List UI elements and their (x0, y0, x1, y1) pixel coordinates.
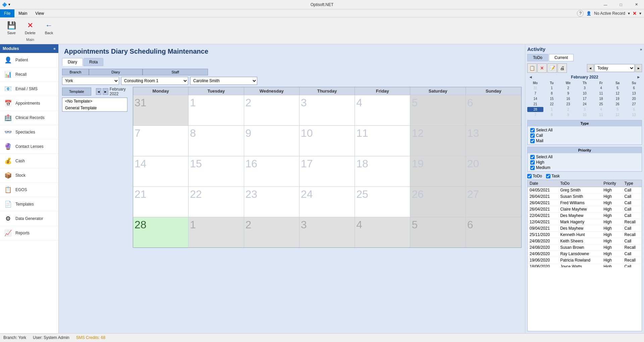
sidebar-item-reports[interactable]: 📈 Reports (0, 226, 58, 240)
mc-r1-c6[interactable]: 13 (626, 91, 642, 96)
sidebar-item-data-generator[interactable]: ⚙ Data Generator (0, 212, 58, 226)
mc-r3-c1[interactable]: 22 (544, 102, 560, 107)
todo-checkbox-label[interactable]: ToDo (527, 174, 542, 178)
record-close-icon[interactable]: ✕ (633, 11, 637, 16)
today-prev-button[interactable]: ◄ (587, 64, 594, 72)
task-checkbox[interactable] (546, 174, 550, 178)
activity-collapse-button[interactable]: » (640, 47, 642, 51)
activity-clipboard-button[interactable]: 📋 (527, 63, 537, 73)
app-menu-btn[interactable]: ▾ (8, 2, 10, 7)
table-row[interactable]: 18/06/2020Joyce WattsHighCall (528, 264, 642, 268)
todo-checkbox[interactable] (527, 174, 532, 178)
mc-r0-c5[interactable]: 5 (609, 86, 626, 91)
cal-next-button[interactable]: ► (103, 88, 108, 95)
priority-medium[interactable]: Medium (530, 165, 639, 170)
menu-file[interactable]: File (0, 9, 14, 17)
cal-prev-button[interactable]: ◄ (96, 88, 102, 95)
priority-high-checkbox[interactable] (530, 160, 535, 165)
cal-cell-w3-mon[interactable]: 14 (133, 156, 189, 186)
record-arrow-icon[interactable]: ▾ (628, 11, 630, 16)
maximize-button[interactable]: □ (613, 0, 629, 9)
save-button[interactable]: 💾 Save (3, 19, 20, 36)
cal-cell-w5-wed[interactable]: 2 (244, 217, 300, 247)
tab-todo[interactable]: ToDo (527, 54, 548, 61)
activity-edit-button[interactable]: 📝 (547, 63, 557, 73)
mc-r0-c1[interactable]: 1 (544, 86, 560, 91)
cal-cell-w2-fri[interactable]: 11 (355, 126, 410, 156)
col-date[interactable]: Date (528, 180, 558, 187)
cal-cell-w3-sat[interactable]: 19 (410, 156, 466, 186)
cal-cell-w1-sun[interactable]: 6 (466, 95, 521, 125)
type-call-checkbox[interactable] (530, 133, 535, 138)
mc-r3-c2[interactable]: 23 (560, 102, 576, 107)
table-row[interactable]: 24/06/2020Ray LansdowneHighCall (528, 251, 642, 257)
tab-diary[interactable]: Diary (62, 58, 83, 66)
mini-cal-prev-button[interactable]: ◄ (527, 75, 534, 79)
mc-r2-c5[interactable]: 19 (609, 96, 626, 101)
col-type[interactable]: Type (623, 180, 642, 187)
cal-cell-w5-fri[interactable]: 4 (355, 217, 410, 247)
mc-r3-c0[interactable]: 21 (527, 102, 543, 107)
cal-cell-w1-tue[interactable]: 1 (189, 95, 244, 125)
type-select-all-checkbox[interactable] (530, 128, 535, 132)
cal-cell-w5-sun[interactable]: 6 (466, 217, 521, 247)
mc-r0-c3[interactable]: 3 (577, 86, 593, 91)
mc-r4-c0[interactable]: 28 (527, 107, 543, 112)
cal-cell-w2-mon[interactable]: 7 (133, 126, 189, 156)
mc-r5-c1[interactable]: 8 (544, 112, 560, 117)
mc-r4-c3[interactable]: 3 (577, 107, 593, 112)
staff-select[interactable]: Caroline Smith (190, 77, 257, 85)
type-mail[interactable]: Mail (530, 138, 639, 143)
tab-current[interactable]: Current (549, 54, 574, 61)
mc-r1-c2[interactable]: 9 (560, 91, 576, 96)
mc-r1-c4[interactable]: 11 (593, 91, 609, 96)
activity-table-scroll[interactable]: Date ToDo Priority Type 04/05/2021Greg S… (528, 180, 642, 267)
sidebar-item-appointments[interactable]: 📅 Appointments (0, 96, 58, 111)
type-select-all[interactable]: Select All (530, 128, 639, 132)
no-active-record[interactable]: No Active Record (594, 11, 625, 16)
mc-r3-c4[interactable]: 25 (593, 102, 609, 107)
mc-r2-c4[interactable]: 18 (593, 96, 609, 101)
branch-select[interactable]: York (62, 77, 119, 85)
cal-cell-w5-tue[interactable]: 1 (189, 217, 244, 247)
cal-cell-w2-sun[interactable]: 13 (466, 126, 521, 156)
cal-cell-w3-sun[interactable]: 20 (466, 156, 521, 186)
sidebar-item-stock[interactable]: 📦 Stock (0, 168, 58, 183)
cal-cell-w2-tue[interactable]: 8 (189, 126, 244, 156)
priority-high[interactable]: High (530, 160, 639, 165)
table-row[interactable]: 24/08/2020Keith SheersHighCall (528, 238, 642, 244)
mc-r5-c6[interactable]: 13 (626, 112, 642, 117)
cal-cell-w1-sat[interactable]: 5 (410, 95, 466, 125)
priority-select-all[interactable]: Select All (530, 155, 639, 159)
sidebar-item-recall[interactable]: 📊 Recall (0, 67, 58, 82)
sidebar-item-contact-lenses[interactable]: 🔮 Contact Lenses (0, 139, 58, 154)
mc-r4-c4[interactable]: 4 (593, 107, 609, 112)
sidebar-item-spectacles[interactable]: 👓 Spectacles (0, 125, 58, 139)
activity-delete-button[interactable]: ✕ (537, 63, 547, 73)
sidebar-item-templates[interactable]: 📄 Templates (0, 197, 58, 212)
mc-r2-c6[interactable]: 20 (626, 96, 642, 101)
mini-cal-next-button[interactable]: ► (635, 75, 642, 79)
cal-cell-w1-wed[interactable]: 2 (244, 95, 300, 125)
task-checkbox-label[interactable]: Task (546, 174, 560, 178)
mc-r1-c3[interactable]: 10 (577, 91, 593, 96)
mc-r5-c2[interactable]: 9 (560, 112, 576, 117)
col-todo[interactable]: ToDo (558, 180, 601, 187)
sidebar-item-clinical-records[interactable]: 🏥 Clinical Records (0, 111, 58, 125)
cal-cell-w3-tue[interactable]: 15 (189, 156, 244, 186)
type-mail-checkbox[interactable] (530, 139, 535, 143)
cal-cell-w1-mon[interactable]: 31 (133, 95, 189, 125)
table-row[interactable]: 09/04/2021Des MayhewHighCall (528, 225, 642, 232)
mc-r1-c1[interactable]: 8 (544, 91, 560, 96)
cal-cell-w2-wed[interactable]: 9 (244, 126, 300, 156)
mc-r4-c1[interactable]: 1 (544, 107, 560, 112)
today-next-button[interactable]: ► (635, 64, 642, 72)
priority-select-all-checkbox[interactable] (530, 155, 535, 159)
sidebar-item-email-sms[interactable]: 📧 Email / SMS (0, 82, 58, 96)
mc-r0-c0[interactable]: 31 (527, 86, 543, 91)
cal-cell-w2-sat[interactable]: 12 (410, 126, 466, 156)
cal-cell-w4-mon[interactable]: 21 (133, 187, 189, 217)
mc-r5-c0[interactable]: 7 (527, 112, 543, 117)
delete-button[interactable]: ✕ Delete (21, 19, 39, 36)
cal-cell-w5-sat[interactable]: 5 (410, 217, 466, 247)
